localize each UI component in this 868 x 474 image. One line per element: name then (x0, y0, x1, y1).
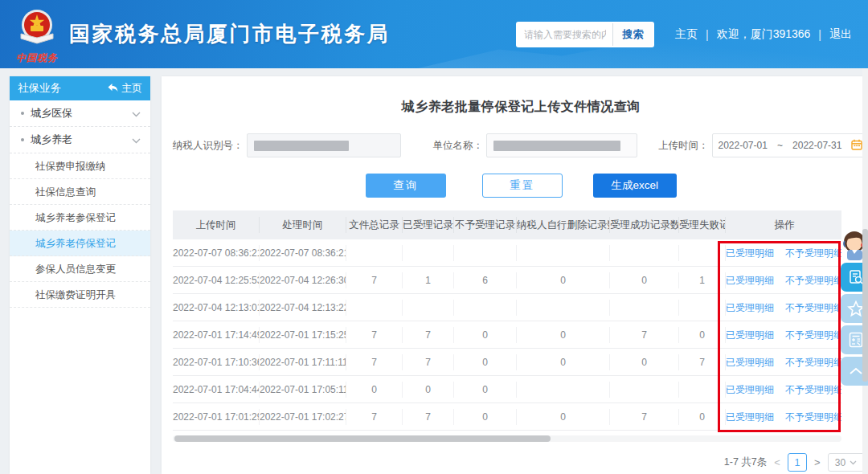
table-cell: 1 (679, 272, 726, 288)
chevron-down-icon (132, 134, 141, 146)
table-cell: 7 (346, 272, 403, 288)
sidebar-submenu: 社保费申报缴纳社保信息查询城乡养老参保登记城乡养老停保登记参保人员信息变更社保缴… (10, 153, 150, 308)
rejected-detail-link[interactable]: 不予受理明细 (785, 382, 841, 398)
table-cell: 0 (517, 327, 610, 343)
table-cell: 7 (403, 409, 454, 425)
company-name-label: 单位名称： (433, 139, 484, 153)
national-emblem-icon (16, 7, 58, 51)
current-page-button[interactable]: 1 (788, 453, 807, 472)
table-cell: 2022-07-01 17:01:29 (173, 409, 260, 425)
bullet-icon (21, 112, 24, 115)
date-to: 2022-07-31 (792, 140, 841, 151)
search-button[interactable]: 搜索 (612, 23, 653, 46)
table-cell: 1 (403, 272, 454, 288)
table-cell: 2022-07-01 17:10:36 (173, 354, 260, 370)
next-page-arrow[interactable]: > (814, 456, 821, 468)
horizontal-scrollbar-thumb[interactable] (174, 435, 551, 442)
sidebar-home-link[interactable]: 主页 (108, 81, 142, 96)
sidebar-item[interactable]: 社保缴费证明开具 (10, 282, 150, 308)
taxpayer-id-field[interactable] (247, 133, 401, 157)
reset-button[interactable]: 重置 (482, 174, 563, 198)
rejected-detail-link[interactable]: 不予受理明细 (785, 300, 841, 316)
table-cell: 2022-07-04 12:26:30 (260, 272, 346, 288)
redacted-value (254, 141, 349, 151)
sidebar-group-pension[interactable]: 城乡养老 (10, 127, 150, 153)
prev-page-arrow[interactable]: < (774, 456, 780, 468)
table-cell (517, 382, 610, 398)
query-button[interactable]: 查询 (366, 174, 446, 198)
table-header-row: 上传时间处理时间文件总记录已受理记录不予受理记录纳税人自行删除记录数受理成功记录… (173, 210, 841, 239)
table-cell: 2022-07-04 12:13:01 (173, 300, 260, 316)
column-header: 纳税人自行删除记录数 (517, 217, 610, 233)
rejected-detail-link[interactable]: 不予受理明细 (785, 327, 841, 343)
sidebar-item[interactable]: 参保人员信息变更 (10, 256, 150, 282)
rejected-detail-link[interactable]: 不予受理明细 (785, 272, 841, 288)
table-cell (610, 382, 679, 398)
table-cell: 0 (454, 409, 517, 425)
table-cell: 7 (610, 409, 679, 425)
chevron-down-icon (132, 108, 141, 120)
table-cell: 2022-07-01 17:14:49 (173, 327, 260, 343)
redacted-value (493, 141, 620, 151)
table-body: 2022-07-07 08:36:212022-07-07 08:36:21已受… (173, 239, 841, 431)
table-cell: 0 (517, 354, 610, 370)
table-cell (679, 300, 726, 316)
accepted-detail-link[interactable]: 已受理明细 (726, 354, 774, 370)
table-cell: 0 (454, 354, 517, 370)
table-cell: 0 (679, 327, 726, 343)
generate-excel-button[interactable]: 生成excel (593, 174, 677, 198)
bullet-icon (21, 138, 24, 141)
main-panel: 城乡养老批量停保登记上传文件情况查询 纳税人识别号： 单位名称： 上传时间： 2… (162, 76, 868, 474)
accepted-detail-link[interactable]: 已受理明细 (726, 382, 774, 398)
table-cell (403, 245, 454, 261)
accepted-detail-link[interactable]: 已受理明细 (726, 272, 774, 288)
sidebar-group-medical[interactable]: 城乡医保 (10, 100, 150, 127)
accepted-detail-link[interactable]: 已受理明细 (726, 409, 774, 425)
date-range-field[interactable]: 2022-07-01 ~ 2022-07-31 (712, 133, 868, 157)
page-title: 城乡养老批量停保登记上传文件情况查询 (173, 99, 868, 116)
table-cell: 7 (346, 354, 403, 370)
table-cell: 7 (403, 354, 454, 370)
search-input[interactable] (518, 23, 612, 46)
rejected-detail-link[interactable]: 不予受理明细 (785, 409, 841, 425)
sidebar-item[interactable]: 社保信息查询 (10, 179, 150, 205)
pagination-summary: 1-7 共7条 (724, 456, 768, 469)
table-row: 2022-07-04 12:13:012022-07-04 12:13:22已受… (173, 294, 841, 321)
rejected-detail-link[interactable]: 不予受理明细 (785, 354, 841, 370)
calendar-icon[interactable] (851, 139, 862, 153)
company-name-field[interactable] (486, 133, 637, 157)
table-cell (454, 245, 517, 261)
accepted-detail-link[interactable]: 已受理明细 (726, 327, 774, 343)
page-size-select[interactable]: 30 (828, 453, 865, 472)
header-search: 搜索 (516, 22, 654, 47)
column-header: 不予受理记录 (454, 217, 517, 233)
actions-cell: 已受理明细不予受理明细 (726, 272, 841, 288)
actions-cell: 已受理明细不予受理明细 (726, 245, 841, 261)
home-link[interactable]: 主页 (675, 27, 698, 42)
table-cell (517, 245, 610, 261)
table-cell: 2022-07-01 17:05:11 (260, 382, 346, 398)
column-header: 受理成功记录数 (610, 217, 679, 233)
table-cell: 0 (517, 272, 610, 288)
vertical-scrollbar-thumb[interactable] (862, 229, 868, 382)
table-row: 2022-07-01 17:14:492022-07-01 17:15:2577… (173, 321, 841, 349)
table-cell (610, 245, 679, 261)
actions-cell: 已受理明细不予受理明细 (726, 300, 841, 316)
table-cell: 2022-07-01 17:02:27 (260, 409, 346, 425)
sidebar-item[interactable]: 城乡养老参保登记 (10, 205, 150, 231)
rejected-detail-link[interactable]: 不予受理明细 (785, 245, 841, 261)
sidebar-section-title: 社保业务 (18, 81, 61, 96)
sidebar-item[interactable]: 社保费申报缴纳 (10, 153, 150, 179)
table-cell: 7 (346, 327, 403, 343)
column-header: 操作 (726, 217, 841, 233)
table-cell (403, 300, 454, 316)
logout-link[interactable]: 退出 (829, 27, 852, 42)
table-cell: 0 (403, 382, 454, 398)
top-nav: 主页 | 欢迎，厦门391366 | 退出 (675, 27, 852, 42)
sidebar-item-active[interactable]: 城乡养老停保登记 (10, 231, 150, 256)
accepted-detail-link[interactable]: 已受理明细 (726, 245, 774, 261)
table-row: 2022-07-01 17:01:292022-07-01 17:02:2777… (173, 403, 841, 431)
table-row: 2022-07-04 12:25:532022-07-04 12:26:3071… (173, 267, 841, 294)
table-cell: 7 (679, 354, 726, 370)
accepted-detail-link[interactable]: 已受理明细 (726, 300, 774, 316)
